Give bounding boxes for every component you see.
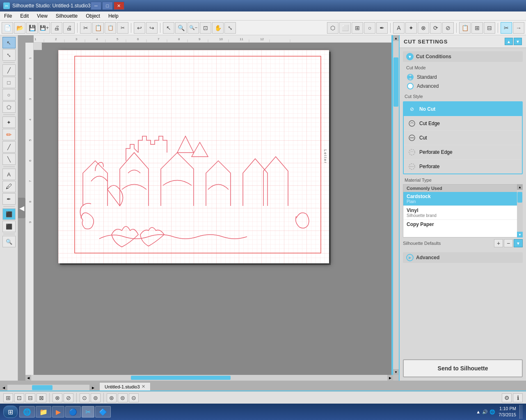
menu-help[interactable]: Help: [104, 12, 123, 20]
taskbar-media[interactable]: ▶: [52, 406, 64, 418]
knife-tool[interactable]: ⟳: [430, 22, 441, 34]
hand-tool[interactable]: ✋: [212, 22, 224, 34]
paste-button[interactable]: 📋: [105, 22, 116, 34]
bottom-btn-6[interactable]: ⊘: [64, 393, 73, 402]
table-button[interactable]: ⊞: [471, 22, 483, 34]
taskbar-ie[interactable]: 🌐: [19, 406, 35, 418]
show-desktop-button[interactable]: [519, 405, 523, 419]
hscroll-thumb[interactable]: [131, 376, 231, 380]
material-scroll-up[interactable]: ▲: [517, 184, 523, 190]
print-button[interactable]: 🖨: [51, 22, 62, 34]
hscroll-right-button[interactable]: ▶: [387, 375, 393, 381]
tab-scroll-right[interactable]: ▶: [90, 385, 96, 390]
cardstock-item[interactable]: Cardstock Plain: [403, 192, 522, 206]
eraser-tool-left[interactable]: ╲: [2, 153, 16, 165]
text-tool-left[interactable]: A: [2, 169, 16, 180]
line-tool[interactable]: ╱: [2, 64, 16, 76]
cut-conditions-toggle[interactable]: ▼: [406, 53, 414, 60]
advanced-radio-circle[interactable]: [407, 83, 414, 89]
zoom-tool[interactable]: 🔍: [2, 236, 16, 247]
panel-up-button[interactable]: ▲: [505, 38, 513, 45]
ellipse-tool[interactable]: ○: [2, 89, 16, 100]
taskbar-silhouette[interactable]: ✂: [82, 406, 94, 418]
send-button[interactable]: →: [513, 22, 524, 34]
freehand-tool[interactable]: 🖊: [2, 181, 16, 192]
bottom-btn-9[interactable]: ⊛: [107, 393, 117, 402]
vscroll-up-button[interactable]: ▲: [393, 35, 399, 41]
settings-icon[interactable]: ⚙: [502, 393, 512, 402]
grid-tool[interactable]: ⊞: [352, 22, 363, 34]
tab-scroll-left[interactable]: ◀: [1, 385, 7, 390]
print2-button[interactable]: 🖨: [63, 22, 75, 34]
advanced-radio[interactable]: Advanced: [405, 82, 523, 91]
bottom-btn-11[interactable]: ⊝: [129, 393, 139, 402]
select-tool[interactable]: ↖: [2, 37, 16, 48]
maximize-button[interactable]: □: [102, 2, 113, 10]
no-cut-option[interactable]: ⊘ No Cut: [404, 102, 522, 116]
fill-tool[interactable]: ⬛: [2, 208, 16, 220]
send-to-silhouette-button[interactable]: Send to Silhouette: [403, 359, 523, 377]
rect-select[interactable]: ⬜: [339, 22, 351, 34]
text-tool[interactable]: A: [393, 22, 405, 34]
zoom-in-button[interactable]: 🔍: [175, 22, 187, 34]
circle-tool[interactable]: ○: [364, 22, 375, 34]
material-scroll-thumb[interactable]: [517, 192, 522, 203]
save-button[interactable]: 💾: [26, 22, 38, 34]
knife-tool-left[interactable]: ⬛: [2, 221, 16, 232]
standard-radio[interactable]: Standard: [405, 73, 523, 82]
panel-expand-indicator[interactable]: [391, 35, 393, 375]
polygon-tool[interactable]: ⬠: [2, 101, 16, 113]
close-button[interactable]: ✕: [114, 2, 124, 10]
tab-close-icon[interactable]: ✕: [142, 384, 145, 389]
start-button[interactable]: ⊞: [3, 406, 18, 418]
cut-button[interactable]: ✂: [80, 22, 91, 34]
cut-option[interactable]: Cut: [404, 131, 522, 145]
zoom-fit-button[interactable]: ⊡: [200, 22, 211, 34]
weld-tool[interactable]: ⊗: [418, 22, 429, 34]
eraser-tool[interactable]: ⊘: [442, 22, 454, 34]
calligraphy-tool[interactable]: ✒: [2, 193, 16, 205]
perforate-option[interactable]: Perforate: [404, 160, 522, 173]
bottom-btn-3[interactable]: ⊟: [25, 393, 35, 402]
menu-view[interactable]: View: [33, 12, 52, 20]
copy-button[interactable]: 📋: [92, 22, 104, 34]
node-tool[interactable]: ✦: [2, 116, 16, 128]
remove-material-button[interactable]: −: [504, 239, 513, 247]
save-as-button[interactable]: 💾+: [39, 22, 50, 34]
menu-file[interactable]: File: [0, 12, 16, 20]
menu-object[interactable]: Object: [82, 12, 104, 20]
info-icon[interactable]: ℹ: [513, 393, 523, 402]
material-scroll-down[interactable]: ▼: [517, 232, 523, 237]
undo-button[interactable]: ↩: [134, 22, 145, 34]
direct-select-tool[interactable]: ⤡: [2, 49, 16, 61]
advanced-section[interactable]: ▶ Advanced: [403, 252, 523, 263]
rect-tool[interactable]: □: [2, 77, 16, 88]
cut-edge-option[interactable]: Cut Edge: [404, 116, 522, 131]
taskbar-chrome[interactable]: 🔵: [65, 406, 81, 418]
redo-button[interactable]: ↪: [146, 22, 158, 34]
canvas-viewport[interactable]: Letter: [34, 43, 393, 375]
pencil-tool[interactable]: ✏: [2, 129, 16, 140]
bottom-btn-5[interactable]: ⊗: [53, 393, 62, 402]
bottom-btn-2[interactable]: ⊡: [14, 393, 24, 402]
zoom-out-button[interactable]: 🔍−: [188, 22, 199, 34]
transform-button[interactable]: ⤡: [224, 22, 236, 34]
hscroll-left-button[interactable]: ◀: [25, 375, 31, 381]
bottom-btn-7[interactable]: ⊙: [80, 393, 89, 402]
lasso-tool[interactable]: ⬡: [327, 22, 338, 34]
panel-down-button[interactable]: ▼: [514, 38, 522, 45]
bottom-btn-1[interactable]: ⊞: [3, 393, 13, 402]
taskbar-explorer[interactable]: 📁: [36, 406, 51, 418]
menu-silhouette[interactable]: Silhouette: [52, 12, 82, 20]
taskbar-extra[interactable]: 🔷: [95, 406, 111, 418]
standard-radio-circle[interactable]: [407, 74, 414, 80]
bottom-btn-4[interactable]: ⊠: [37, 393, 46, 402]
delete-button[interactable]: ✂: [117, 22, 128, 34]
pointer-tool[interactable]: ↖: [163, 22, 174, 34]
vscroll-thumb[interactable]: [393, 57, 398, 107]
copy-paper-item[interactable]: Copy Paper: [403, 220, 522, 229]
perforate-edge-option[interactable]: Perforate Edge: [404, 145, 522, 160]
menu-edit[interactable]: Edit: [16, 12, 33, 20]
layers-button[interactable]: 📋: [459, 22, 471, 34]
pen-tool[interactable]: ✒: [376, 22, 388, 34]
